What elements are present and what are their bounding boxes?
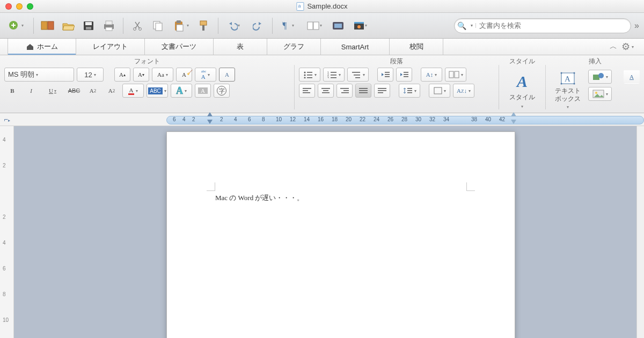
align-right-button[interactable] (336, 84, 353, 98)
ribbon-options-button[interactable]: ⚙ (621, 41, 630, 53)
cut-button[interactable] (130, 18, 145, 34)
ribbon-tabs: ホーム レイアウト 文書パーツ 表 グラフ SmartArt 校閲 ︿ ⚙ ▾ (0, 39, 644, 55)
font-color-button[interactable]: A (122, 84, 144, 98)
paste-button[interactable]: ▾ (171, 18, 191, 34)
group-paragraph-label: 段落 (299, 56, 494, 67)
window-title-text: Sample.docx (307, 2, 347, 10)
media-button[interactable]: ▾ (351, 18, 371, 34)
svg-rect-43 (385, 76, 390, 77)
tab-document-parts[interactable]: 文書パーツ (145, 39, 214, 55)
bullets-button[interactable] (299, 68, 320, 82)
collapse-ribbon-button[interactable]: ︿ (610, 42, 617, 52)
svg-rect-29 (307, 75, 312, 76)
tab-smartart[interactable]: SmartArt (321, 39, 390, 55)
window-titlebar: Sample.docx (0, 0, 644, 13)
toolbar-overflow-button[interactable]: » (634, 21, 638, 31)
textbox-button[interactable]: A テキスト ボックス ▾ (550, 68, 586, 114)
svg-point-72 (561, 83, 562, 85)
align-center-button[interactable] (318, 84, 334, 98)
new-document-button[interactable]: ▾ (6, 18, 27, 34)
italic-button[interactable]: I (23, 84, 39, 98)
clear-formatting-button[interactable]: A🧹 (176, 68, 192, 82)
copy-button[interactable] (150, 18, 165, 34)
svg-point-30 (304, 77, 305, 79)
svg-point-75 (598, 73, 604, 78)
screenshot-button[interactable] (331, 18, 346, 34)
svg-point-10 (139, 27, 142, 30)
redo-button[interactable] (251, 18, 266, 34)
horizontal-ruler[interactable]: 642246810121416182022242628303234384042 (166, 114, 644, 125)
svg-rect-61 (378, 88, 386, 89)
search-input[interactable] (476, 21, 631, 30)
svg-text:¶: ¶ (283, 21, 287, 30)
underline-button[interactable]: U▾ (42, 84, 63, 98)
insert-overflow-button[interactable]: A (624, 70, 640, 84)
tab-table[interactable]: 表 (214, 39, 267, 55)
horizontal-ruler-row: ⌐▸ 6422468101214161820222426283032343840… (0, 113, 644, 126)
svg-rect-15 (177, 25, 183, 31)
columns-indicator-button[interactable] (445, 68, 466, 82)
numbering-button[interactable]: 123 (323, 68, 345, 82)
multilevel-list-button[interactable] (347, 68, 369, 82)
superscript-button[interactable]: A2 (85, 84, 101, 98)
font-name-selector[interactable]: MS 明朝 (4, 68, 74, 82)
phonetic-guide-button[interactable]: abcA (195, 68, 216, 82)
svg-rect-63 (378, 92, 383, 93)
font-size-selector[interactable]: 12 (77, 68, 104, 82)
character-border-button[interactable]: A (219, 68, 235, 82)
search-scope-dropdown[interactable]: ▾ (469, 23, 476, 28)
svg-rect-60 (359, 92, 368, 93)
borders-button[interactable] (429, 84, 450, 98)
shrink-font-button[interactable]: A▾ (133, 68, 149, 82)
strikethrough-button[interactable]: ABC (66, 84, 82, 98)
search-box[interactable]: 🔍 ▾ (454, 18, 631, 33)
bold-button[interactable]: B (4, 84, 20, 98)
svg-point-73 (574, 83, 575, 85)
align-left-button[interactable] (299, 84, 315, 98)
change-case-button[interactable]: Aa (152, 68, 173, 82)
styles-gallery-button[interactable]: A スタイル ▾ (503, 68, 541, 114)
view-modes-button[interactable]: ▾ (305, 18, 325, 34)
svg-point-9 (134, 27, 136, 30)
format-painter-button[interactable] (196, 18, 211, 34)
minimize-window-button[interactable] (16, 3, 23, 10)
enclose-characters-button[interactable]: 字 (214, 84, 230, 98)
show-formatting-button[interactable]: ¶▾ (279, 18, 299, 34)
justify-button[interactable] (355, 84, 371, 98)
shapes-button[interactable] (588, 70, 612, 84)
tab-home[interactable]: ホーム (8, 39, 76, 55)
decrease-indent-button[interactable] (377, 68, 393, 82)
document-body-text[interactable]: Mac の Word が遅い・・・。 (215, 193, 304, 203)
increase-indent-button[interactable] (396, 68, 412, 82)
templates-button[interactable] (40, 18, 55, 34)
group-styles-label: スタイル (503, 56, 541, 67)
distribute-button[interactable] (374, 84, 390, 98)
zoom-window-button[interactable] (27, 3, 33, 10)
sort-button[interactable]: AZ↓ (453, 84, 474, 98)
subscript-button[interactable]: A2 (104, 84, 120, 98)
text-effects-button[interactable]: A (171, 84, 192, 98)
highlight-color-button[interactable]: ABC (147, 84, 168, 98)
svg-rect-57 (341, 92, 349, 93)
svg-rect-5 (86, 27, 91, 30)
text-direction-button[interactable]: A↕ (421, 68, 442, 82)
tab-selector[interactable]: ⌐▸ (0, 115, 14, 123)
tab-review[interactable]: 校閲 (390, 39, 443, 55)
undo-button[interactable]: ▾ (225, 18, 245, 34)
tab-layout[interactable]: レイアウト (76, 39, 145, 55)
document-canvas[interactable]: Mac の Word が遅い・・・。 (14, 126, 636, 338)
grow-font-button[interactable]: A▴ (114, 68, 130, 82)
print-button[interactable] (101, 18, 116, 34)
tab-chart[interactable]: グラフ (267, 39, 321, 55)
close-window-button[interactable] (5, 3, 12, 10)
window-title: Sample.docx (296, 2, 347, 11)
vertical-ruler[interactable]: 42246810 (0, 126, 14, 338)
picture-button[interactable] (588, 87, 612, 101)
save-button[interactable] (81, 18, 96, 34)
line-spacing-button[interactable] (399, 84, 420, 98)
open-button[interactable] (61, 18, 76, 34)
svg-rect-31 (307, 77, 312, 78)
character-shading-button[interactable]: A (195, 84, 211, 98)
page[interactable]: Mac の Word が遅い・・・。 (166, 131, 515, 338)
ribbon: フォント MS 明朝 12 A▴ A▾ Aa A🧹 abcA A B I U▾ … (0, 55, 644, 113)
